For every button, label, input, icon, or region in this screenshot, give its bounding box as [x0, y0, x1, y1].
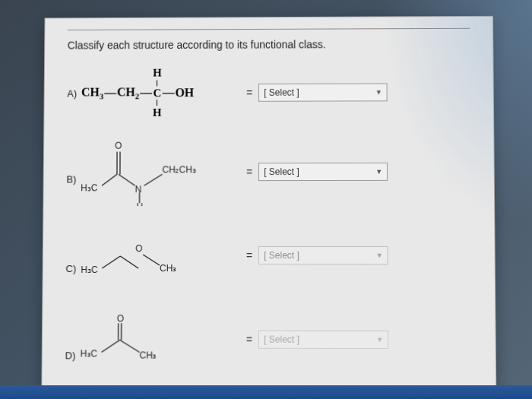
svg-text:CH₃: CH₃ [160, 263, 176, 274]
svg-text:N: N [135, 184, 142, 195]
select-c-text: [ Select ] [264, 250, 299, 261]
question-prompt: Classify each structure according to its… [68, 38, 470, 52]
svg-line-1 [102, 174, 117, 185]
option-label-a: A) [67, 87, 77, 99]
option-d-row: D) H₃C O CH₃ = [ Select ] ▼ [65, 305, 472, 375]
select-a[interactable]: [ Select ] ▼ [258, 83, 388, 101]
chevron-down-icon: ▼ [376, 252, 383, 259]
svg-line-15 [143, 255, 160, 265]
select-d[interactable]: [ Select ] ▼ [258, 331, 388, 350]
chevron-down-icon: ▼ [376, 336, 383, 344]
svg-text:CH₃: CH₃ [139, 350, 156, 360]
svg-line-13 [120, 256, 138, 268]
option-label-d: D) [65, 350, 76, 361]
structure-d-svg: H₃C O CH₃ [80, 305, 217, 374]
divider [68, 28, 470, 30]
svg-text:O: O [116, 313, 123, 324]
formula-c: C) H₃C O CH₃ [65, 221, 240, 290]
option-label-b: B) [66, 173, 76, 185]
h-bottom: H [153, 106, 162, 119]
select-b-text: [ Select ] [264, 166, 299, 177]
svg-text:H₃C: H₃C [81, 182, 98, 193]
svg-line-12 [102, 256, 120, 268]
chevron-down-icon: ▼ [375, 88, 382, 96]
svg-text:O: O [115, 141, 122, 151]
equals-d: = [246, 334, 252, 346]
formula-b: B) H₃C O N H CH₂CH₃ [66, 138, 240, 206]
svg-text:O: O [135, 243, 142, 254]
svg-line-9 [144, 174, 163, 185]
structure-c-svg: H₃C O CH₃ [81, 221, 217, 290]
select-d-text: [ Select ] [264, 334, 299, 345]
chevron-down-icon: ▼ [375, 168, 382, 176]
h-top: H [153, 67, 162, 79]
select-b[interactable]: [ Select ] ▼ [258, 163, 388, 181]
option-c-row: C) H₃C O CH₃ = [ Select ] ▼ [65, 221, 471, 290]
svg-line-18 [101, 340, 119, 352]
option-a-row: A) CH3 — CH2 — H C H — OH = [ Select ] ▼ [67, 62, 470, 123]
option-label-c: C) [65, 263, 76, 274]
formula-d: D) H₃C O CH₃ [65, 305, 239, 374]
svg-text:H₃C: H₃C [80, 348, 97, 359]
svg-text:H: H [136, 201, 143, 206]
formula-a: A) CH3 — CH2 — H C H — OH [67, 66, 240, 119]
svg-text:H₃C: H₃C [81, 264, 98, 275]
question-panel: Classify each structure according to its… [41, 16, 496, 399]
structure-b-svg: H₃C O N H CH₂CH₃ [81, 138, 217, 207]
select-c[interactable]: [ Select ] ▼ [258, 246, 388, 264]
taskbar [0, 385, 532, 399]
equals-a: = [246, 87, 252, 99]
svg-line-5 [119, 174, 135, 185]
equals-b: = [246, 166, 252, 178]
option-b-row: B) H₃C O N H CH₂CH₃ = [ Select ] ▼ [66, 138, 471, 206]
select-a-text: [ Select ] [264, 87, 299, 98]
svg-line-22 [119, 340, 139, 352]
svg-text:CH₂CH₃: CH₂CH₃ [163, 164, 197, 175]
equals-c: = [246, 249, 252, 261]
